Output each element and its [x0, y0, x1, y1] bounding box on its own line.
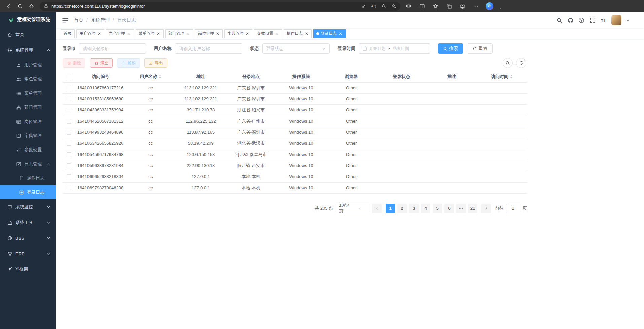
table-column-header[interactable]: 访问编号 — [75, 72, 126, 82]
password-key-icon[interactable] — [361, 4, 366, 9]
tab-close-icon[interactable] — [97, 32, 101, 36]
browser-split-screen-button[interactable] — [417, 1, 427, 11]
sidebar-item-home[interactable]: 首页 — [0, 27, 56, 42]
date-range-picker[interactable]: 开始日期 - 结束日期 — [359, 43, 430, 54]
page-3[interactable]: 3 — [409, 204, 419, 213]
row-checkbox[interactable] — [67, 119, 71, 124]
tab-menu-mgmt[interactable]: 菜单管理 — [136, 29, 164, 38]
goto-page-input[interactable] — [506, 204, 520, 213]
reset-button[interactable]: 重置 — [468, 43, 493, 54]
table-row[interactable]: 1641069798270046208 cc 127.0.0.1 本地-本机 W… — [63, 182, 527, 193]
tab-operation-log[interactable]: 操作日志 — [284, 29, 312, 38]
browser-refresh-button[interactable] — [14, 1, 26, 11]
sidebar-item-erp[interactable]: ERP — [0, 246, 56, 261]
table-column-header[interactable]: 访问时间 — [477, 72, 527, 82]
sidebar-item-dept-mgmt[interactable]: 部门管理 — [0, 100, 56, 114]
page-1[interactable]: 1 — [386, 204, 395, 213]
row-checkbox[interactable] — [67, 97, 71, 101]
add-favorite-star-icon[interactable] — [391, 4, 396, 9]
table-column-header[interactable]: 浏览器 — [326, 72, 377, 82]
table-row[interactable]: 1641053426655825920 cc 58.19.42.209 湖北省-… — [63, 138, 527, 149]
table-row[interactable]: 1641069652933218304 cc 127.0.0.1 本地-本机 W… — [63, 171, 527, 182]
browser-settings-menu-button[interactable] — [470, 1, 481, 11]
sidebar-item-monitor[interactable]: 系统监控 — [0, 199, 56, 215]
copilot-caret-icon[interactable] — [498, 7, 501, 10]
toggle-search-button[interactable] — [503, 58, 513, 68]
table-column-header[interactable]: 描述 — [427, 72, 477, 82]
table-row[interactable]: 1641031533185863680 cc 113.102.129.221 广… — [63, 93, 527, 104]
row-checkbox[interactable] — [67, 152, 71, 157]
breadcrumb-item[interactable]: 系统管理 — [91, 17, 117, 23]
zoom-out-icon[interactable] — [381, 4, 386, 9]
hamburger-icon[interactable] — [62, 17, 69, 24]
sidebar-item-post-mgmt[interactable]: 岗位管理 — [0, 114, 56, 129]
tab-close-icon[interactable] — [127, 32, 131, 36]
user-name-input[interactable] — [175, 43, 242, 54]
sidebar-item-log-mgmt[interactable]: 日志管理 — [0, 157, 56, 171]
tab-close-icon[interactable] — [338, 32, 343, 36]
table-column-header[interactable]: 操作系统 — [276, 72, 326, 82]
copilot-button[interactable]: b — [484, 1, 495, 11]
row-checkbox[interactable] — [67, 186, 71, 190]
clear-button[interactable]: 清空 — [90, 58, 113, 68]
sidebar-item-system-mgmt[interactable]: 系统管理 — [0, 42, 56, 58]
sidebar-item-param-settings[interactable]: 参数设置 — [0, 143, 56, 157]
breadcrumb-item[interactable]: 登录日志 — [117, 17, 136, 23]
page-2[interactable]: 2 — [397, 204, 407, 213]
header-search-icon[interactable] — [556, 17, 562, 23]
row-checkbox[interactable] — [67, 163, 71, 168]
page-size-select[interactable]: 10条/页 — [336, 204, 369, 213]
row-checkbox[interactable] — [67, 86, 71, 90]
sidebar-item-user-mgmt[interactable]: 用户管理 — [0, 58, 56, 72]
tab-role-mgmt[interactable]: 角色管理 — [106, 29, 134, 38]
page-6[interactable]: 6 — [444, 204, 454, 213]
tab-close-icon[interactable] — [186, 32, 190, 36]
browser-collections-button[interactable] — [443, 1, 454, 11]
github-icon[interactable] — [567, 17, 573, 23]
app-logo[interactable]: 意框架管理系统 — [0, 12, 56, 27]
avatar-caret-icon[interactable] — [627, 20, 629, 23]
tab-user-mgmt[interactable]: 用户管理 — [76, 29, 104, 38]
sidebar-item-dict-mgmt[interactable]: 字典管理 — [0, 129, 56, 143]
export-button[interactable]: 导出 — [144, 58, 167, 68]
tab-home[interactable]: 首页 — [61, 29, 75, 38]
table-row[interactable]: 1641031367863177216 cc 113.102.129.221 广… — [63, 82, 527, 93]
row-checkbox[interactable] — [67, 130, 71, 135]
tab-dept-mgmt[interactable]: 部门管理 — [165, 29, 193, 38]
page-4[interactable]: 4 — [421, 204, 430, 213]
prev-page-button[interactable] — [372, 204, 382, 213]
table-row[interactable]: 1641044520567181312 cc 112.96.225.132 广东… — [63, 116, 527, 127]
sidebar-item-yi-framework[interactable]: Yi框架 — [0, 261, 56, 277]
table-row[interactable]: 1641043063331753984 cc 39.171.210.78 浙江省… — [63, 104, 527, 116]
browser-home-button[interactable] — [26, 1, 37, 11]
delete-button[interactable]: 删除 — [63, 58, 85, 68]
tab-close-icon[interactable] — [275, 32, 279, 36]
table-row[interactable]: 1641059633978281984 cc 222.90.130.18 陕西省… — [63, 160, 527, 171]
search-button[interactable]: 搜索 — [438, 43, 463, 54]
browser-extensions-button[interactable] — [403, 1, 414, 11]
table-row[interactable]: 1641054566717984768 cc 120.6.150.158 河北省… — [63, 149, 527, 160]
breadcrumb-item[interactable]: 首页 — [74, 17, 91, 23]
select-all-checkbox[interactable] — [67, 75, 71, 79]
table-row[interactable]: 1641044993248464896 cc 113.87.92.165 广东省… — [63, 127, 527, 138]
row-checkbox[interactable] — [67, 141, 71, 146]
table-column-header[interactable]: 登录地点 — [226, 72, 276, 82]
tab-dict-mgmt[interactable]: 字典管理 — [224, 29, 252, 38]
page-5[interactable]: 5 — [433, 204, 442, 213]
sidebar-item-menu-mgmt[interactable]: 菜单管理 — [0, 86, 56, 100]
browser-favorites-button[interactable] — [430, 1, 441, 11]
address-bar[interactable]: https://ccnetcore.com:1101/system/log/lo… — [40, 2, 400, 11]
page-more[interactable]: ••• — [456, 204, 466, 213]
login-ip-input[interactable] — [79, 43, 146, 54]
browser-profile-button[interactable] — [457, 1, 468, 11]
unlock-button[interactable]: 解锁 — [117, 58, 140, 68]
browser-back-button[interactable] — [3, 1, 14, 11]
tab-close-icon[interactable] — [216, 32, 220, 36]
status-select[interactable]: 登录状态 — [262, 43, 330, 54]
table-column-header[interactable]: 用户名称 — [126, 72, 176, 82]
table-column-header[interactable]: 地址 — [176, 72, 226, 82]
fullscreen-icon[interactable] — [589, 17, 596, 23]
refresh-table-button[interactable] — [516, 58, 526, 68]
table-column-header[interactable]: 登录状态 — [377, 72, 427, 82]
next-page-button[interactable] — [481, 204, 491, 213]
